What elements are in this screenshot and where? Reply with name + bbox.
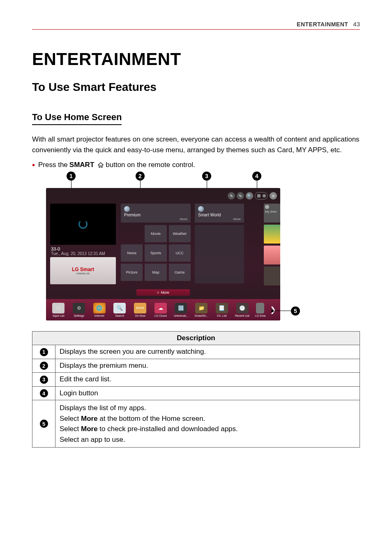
globe-icon: [124, 206, 130, 212]
edit-icon: ✎: [237, 192, 244, 200]
dock-item-partial: LG Sma: [254, 303, 266, 317]
smartworld-more-link: More: [233, 217, 241, 221]
intro-paragraph: With all smart projector features on one…: [32, 134, 360, 155]
premium-card-header: Premium More: [121, 204, 191, 223]
table-row-number: 1: [32, 345, 55, 359]
gear-icon: ⚙: [73, 303, 85, 313]
table-row-desc: Displays the screen you are currently wa…: [55, 345, 360, 359]
thumb-tile: [264, 246, 280, 265]
table-row-desc: Displays the list of my apps. Select Mor…: [55, 400, 360, 448]
dock-item: 🔢 Universal...: [173, 303, 189, 317]
smartworld-card-header: Smart World More: [195, 204, 244, 223]
bullet-text-post: button on the remote control.: [106, 161, 195, 169]
page-header: ENTERTAINMENT 43: [32, 21, 360, 30]
table-row: 4 Login button: [32, 386, 360, 400]
loading-spinner-icon: [78, 220, 88, 229]
close-icon: ✕: [270, 192, 277, 200]
description-table: Description 1 Displays the screen you ar…: [32, 331, 360, 448]
table-row-desc: Displays the premium menu.: [55, 359, 360, 373]
dock-item: 📁 SmartSh...: [193, 303, 210, 317]
header-page-number: 43: [353, 21, 360, 28]
table-row-desc: Edit the card list.: [55, 373, 360, 387]
on-now-icon: NOW: [134, 303, 146, 313]
smartshare-icon: 📁: [195, 303, 208, 313]
channel-datetime: Tue., Aug. 20, 2013 12:31 AM: [51, 251, 105, 256]
callout-marker-2: 2: [136, 172, 145, 181]
instruction-bullet: • Press the SMART button on the remote c…: [32, 161, 360, 169]
callout-line: [273, 311, 291, 311]
callout-marker-4: 4: [252, 172, 261, 181]
table-row-number: 5: [32, 400, 55, 448]
login-group-icon: [255, 192, 268, 200]
table-row-number: 4: [32, 386, 55, 400]
search-icon: 🔍: [246, 192, 253, 200]
home-icon: [97, 162, 104, 168]
cloud-icon: ☁: [154, 303, 167, 313]
live-preview-panel: [50, 204, 116, 245]
partial-app-icon: [256, 303, 264, 313]
dock-item: NOW On Now: [132, 303, 149, 317]
callout-row: 1 2 3 4: [46, 172, 280, 188]
premium-tile: Sports: [145, 244, 166, 262]
premium-card: Premium More Movie Weather News Sports U…: [121, 204, 191, 284]
home-screen-screenshot: ✎ ✎ 🔍 ✕ 33-0 Tue., Aug. 20, 2013 12:31 A…: [46, 188, 280, 320]
smartworld-body: [195, 225, 244, 283]
page: ENTERTAINMENT 43 ENTERTAINMENT To Use Sm…: [0, 0, 392, 472]
top-icon-bar: ✎ ✎ 🔍 ✕: [228, 192, 277, 200]
callout-marker-5: 5: [291, 306, 300, 316]
notification-icon: ✎: [228, 192, 235, 200]
header-section-label: ENTERTAINMENT: [297, 21, 348, 28]
smartworld-card: Smart World More: [195, 204, 244, 284]
brand-logo: LG Smart CINEMA 3D: [72, 267, 94, 275]
dock-item: 📃 Ch. List: [214, 303, 231, 317]
premium-card-title: Premium: [124, 213, 141, 217]
universal-icon: 🔢: [175, 303, 187, 313]
bullet-dot-icon: •: [32, 161, 35, 169]
chapter-title: ENTERTAINMENT: [32, 49, 360, 69]
premium-tile: Picture: [121, 264, 143, 281]
ch-list-icon: 📃: [216, 303, 228, 313]
section-title: To Use Home Screen: [32, 112, 122, 125]
table-header: Description: [32, 332, 360, 345]
premium-tile: Game: [169, 264, 191, 281]
my-interests-card: My Inter: [264, 204, 280, 223]
recent-list-icon: 🕘: [236, 303, 249, 313]
dock-item: 🔍 Search: [111, 303, 128, 317]
brand-banner: LG Smart CINEMA 3D: [50, 257, 116, 284]
dock-item: ⚙ Settings: [71, 303, 88, 317]
dock-item: 🌐 Internet: [91, 303, 108, 317]
globe-icon: 🌐: [93, 303, 106, 313]
table-row: 1 Displays the screen you are currently …: [32, 345, 360, 359]
table-row-number: 3: [32, 373, 55, 387]
table-row-number: 2: [32, 359, 55, 373]
table-row: 5 Displays the list of my apps. Select M…: [32, 400, 360, 448]
callout-marker-3: 3: [202, 172, 211, 181]
dock-item: ⦿ Input List: [50, 303, 67, 317]
thumb-tile: [264, 225, 280, 244]
dock-item: ☁ LG Cloud: [152, 303, 169, 317]
more-bar: ≡More: [136, 289, 190, 296]
premium-tile: Movie: [145, 225, 166, 242]
smartworld-card-title: Smart World: [198, 213, 221, 217]
globe-icon: [198, 206, 204, 212]
right-thumb-column: My Inter: [264, 204, 280, 285]
table-row-desc: Login button: [55, 386, 360, 400]
premium-tile: Map: [145, 264, 166, 281]
input-list-icon: ⦿: [52, 303, 65, 313]
dock-item: 🕘 Recent List: [234, 303, 251, 317]
premium-tile: News: [121, 244, 143, 262]
search-app-icon: 🔍: [113, 303, 126, 313]
channel-info: 33-0 Tue., Aug. 20, 2013 12:31 AM: [51, 246, 105, 256]
premium-tile: Weather: [169, 225, 191, 242]
my-apps-dock: ⦿ Input List ⚙ Settings 🌐 Internet 🔍 Sea…: [46, 299, 280, 320]
chapter-subtitle: To Use Smart Features: [32, 81, 360, 94]
callout-marker-1: 1: [67, 172, 76, 181]
bullet-text-pre: Press the: [38, 161, 68, 169]
premium-tile: UCC: [169, 244, 191, 262]
channel-number: 33-0: [51, 246, 105, 251]
bullet-text-strong: SMART: [69, 161, 94, 169]
table-row: 2 Displays the premium menu.: [32, 359, 360, 373]
premium-more-link: More: [180, 217, 187, 221]
callout-anchor-dot: [271, 310, 274, 312]
screenshot-figure: 1 2 3 4 ✎ ✎ 🔍 ✕: [46, 172, 280, 320]
